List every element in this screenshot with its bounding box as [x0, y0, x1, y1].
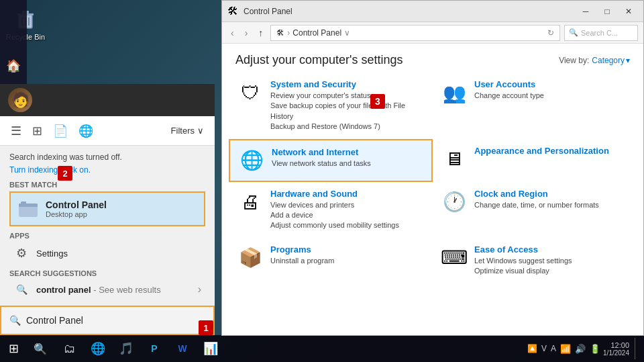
- view-by-chevron: ▾: [626, 56, 630, 65]
- minimize-button[interactable]: ─: [576, 4, 595, 19]
- user-accounts-desc: Change account type: [474, 91, 544, 101]
- user-accounts-title[interactable]: User Accounts: [474, 79, 544, 89]
- taskbar: ⊞ 🔍 🗂 🌐 🎵 P W 📊 🔼 V A 📶 🔊 🔋 12:00 1/1/20…: [0, 335, 644, 362]
- up-button[interactable]: ↑: [255, 26, 266, 40]
- app-item-settings[interactable]: ⚙ Settings: [9, 242, 205, 264]
- step-2-badge: 2: [58, 166, 72, 181]
- breadcrumb-text: Control Panel: [292, 28, 341, 38]
- network-internet-icon: 🌐: [238, 147, 265, 174]
- taskbar-app-icons: 🗂 🌐 🎵 P W 📊: [56, 335, 224, 362]
- cp-item-ease-access[interactable]: ⌨ Ease of Access Let Windows suggest set…: [433, 238, 637, 283]
- titlebar-controls: ─ □ ✕: [576, 4, 638, 19]
- system-security-icon: 🛡: [237, 79, 264, 106]
- search-box[interactable]: 🔍 Search C...: [564, 25, 638, 41]
- suggestion-item[interactable]: 🔍 control panel - See web results ›: [9, 280, 205, 299]
- taskbar-word[interactable]: W: [169, 335, 196, 362]
- taskbar-file-explorer[interactable]: 🗂: [56, 335, 83, 362]
- ease-access-icon: ⌨: [441, 244, 468, 271]
- search-note-link[interactable]: Turn indexing back on.: [9, 165, 91, 175]
- chevron-up-icon[interactable]: 🔼: [527, 344, 537, 353]
- step-3-badge: 3: [370, 94, 385, 109]
- view-by-label: View by:: [559, 56, 589, 65]
- programs-title[interactable]: Programs: [270, 244, 334, 255]
- suggestion-arrow-icon: ›: [198, 283, 201, 296]
- cp-titlebar-icon: 🛠: [227, 5, 238, 17]
- address-bar: ‹ › ↑ 🛠 › Control Panel ∨ ↻ 🔍 Search C..…: [222, 22, 643, 44]
- volume-icon[interactable]: 🔊: [575, 344, 586, 354]
- taskbar-time: 12:00: [603, 341, 629, 349]
- network-icon[interactable]: 📶: [560, 344, 571, 354]
- step-1-badge: 1: [199, 320, 213, 335]
- cp-item-hardware-sound[interactable]: 🖨 Hardware and Sound View devices and pr…: [229, 182, 433, 238]
- doc-icon[interactable]: 📄: [53, 124, 68, 138]
- search-icon: 🔍: [569, 28, 578, 37]
- programs-text: Programs Uninstall a program: [270, 244, 334, 266]
- apps-label: Apps: [9, 232, 205, 240]
- settings-icon: ⚙: [13, 246, 30, 261]
- start-button[interactable]: ⊞: [0, 335, 27, 362]
- start-menu-content: Search indexing was turned off. Turn ind…: [0, 146, 215, 306]
- search-note: Search indexing was turned off.: [9, 152, 205, 162]
- network-internet-title[interactable]: Network and Internet: [272, 147, 371, 157]
- cp-main: Adjust your computer's settings View by:…: [222, 44, 643, 335]
- cp-items-grid: 🛡 System and Security Review your comput…: [222, 73, 643, 283]
- close-button[interactable]: ✕: [619, 4, 638, 19]
- start-menu-topbar: 🧑: [0, 84, 215, 116]
- start-menu: 🧑 ☰ ⊞ 📄 🌐 Filters ∨ Search indexing was …: [0, 84, 215, 306]
- forward-button[interactable]: ›: [241, 26, 252, 40]
- taskbar-chrome[interactable]: 🌐: [85, 335, 111, 362]
- cp-main-title: Adjust your computer's settings: [235, 53, 403, 67]
- control-panel-window: 🛠 Control Panel ─ □ ✕ ‹ › ↑ 🛠 › Control …: [221, 0, 644, 336]
- menu-icon[interactable]: ☰: [11, 124, 21, 138]
- battery-icon[interactable]: 🔋: [590, 344, 600, 354]
- taskbar-excel[interactable]: 📊: [197, 335, 224, 362]
- start-menu-toolbar: ☰ ⊞ 📄 🌐 Filters ∨: [0, 116, 215, 146]
- hardware-sound-title[interactable]: Hardware and Sound: [270, 189, 399, 199]
- search-input[interactable]: [26, 315, 205, 326]
- appearance-icon: 🖥: [441, 146, 468, 173]
- ease-access-title[interactable]: Ease of Access: [474, 244, 572, 255]
- grid-icon[interactable]: ⊞: [32, 124, 42, 138]
- cp-titlebar-title: Control Panel: [244, 7, 571, 16]
- titlebar: 🛠 Control Panel ─ □ ✕: [222, 1, 643, 22]
- clock-region-desc: Change date, time, or number formats: [474, 200, 599, 210]
- taskbar-photoshop[interactable]: P: [141, 335, 168, 362]
- system-security-text: System and Security Review your computer…: [270, 79, 425, 132]
- search-placeholder: Search C...: [581, 29, 618, 37]
- taskbar-system-icons: 🔼 V A 📶 🔊 🔋: [527, 344, 600, 354]
- taskbar-clock[interactable]: 12:00 1/1/2024: [603, 341, 629, 357]
- clock-region-icon: 🕐: [441, 189, 468, 216]
- cp-item-system-security[interactable]: 🛡 System and Security Review your comput…: [229, 73, 433, 139]
- start-search-bar[interactable]: 🔍: [0, 306, 215, 335]
- clock-region-text: Clock and Region Change date, time, or n…: [474, 189, 599, 210]
- filters-button[interactable]: Filters ∨: [171, 126, 204, 136]
- suggestion-left: 🔍 control panel - See web results: [13, 284, 161, 295]
- appearance-title[interactable]: Appearance and Personalization: [474, 146, 609, 156]
- search-bar-icon: 🔍: [9, 315, 21, 326]
- hardware-sound-text: Hardware and Sound View devices and prin…: [270, 189, 399, 231]
- address-breadcrumb[interactable]: 🛠 › Control Panel ∨ ↻: [270, 25, 560, 41]
- cp-item-clock-region[interactable]: 🕐 Clock and Region Change date, time, or…: [433, 182, 637, 238]
- user-accounts-icon: 👥: [441, 79, 468, 106]
- programs-desc: Uninstall a program: [270, 256, 334, 266]
- show-desktop-button[interactable]: [635, 338, 639, 359]
- cp-item-programs[interactable]: 📦 Programs Uninstall a program: [229, 238, 433, 283]
- taskbar-search-button[interactable]: 🔍: [27, 335, 54, 362]
- sidebar-home-icon[interactable]: 🏠: [0, 54, 27, 78]
- breadcrumb-dropdown[interactable]: ∨: [344, 28, 350, 38]
- cp-item-user-accounts[interactable]: 👥 User Accounts Change account type: [433, 73, 637, 139]
- ease-access-desc: Let Windows suggest settingsOptimize vis…: [474, 256, 572, 277]
- taskbar-v-icon: V: [541, 344, 547, 353]
- refresh-icon[interactable]: ↻: [547, 28, 554, 38]
- system-security-title[interactable]: System and Security: [270, 79, 425, 89]
- clock-region-title[interactable]: Clock and Region: [474, 189, 599, 199]
- best-match-item[interactable]: Control Panel Desktop app: [9, 191, 205, 226]
- desktop: Recycle Bin 🏠 ⚙ 👤 🛠 Control Panel ─ □ ✕ …: [0, 0, 644, 362]
- taskbar-music[interactable]: 🎵: [113, 335, 140, 362]
- globe-icon[interactable]: 🌐: [78, 124, 93, 138]
- cp-item-appearance[interactable]: 🖥 Appearance and Personalization: [433, 139, 637, 182]
- maximize-button[interactable]: □: [598, 4, 616, 19]
- back-button[interactable]: ‹: [227, 26, 237, 40]
- view-by-category[interactable]: Category ▾: [592, 56, 630, 65]
- cp-item-network-internet[interactable]: 🌐 Network and Internet View network stat…: [229, 139, 433, 182]
